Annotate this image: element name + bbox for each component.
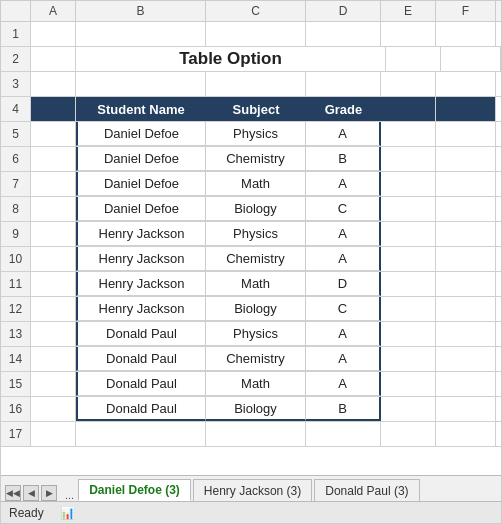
cell-a5[interactable]: [31, 122, 76, 146]
cell-a3[interactable]: [31, 72, 76, 96]
col-header-a[interactable]: A: [31, 1, 76, 21]
cell-b9[interactable]: Henry Jackson: [76, 222, 206, 246]
cell-b10[interactable]: Henry Jackson: [76, 247, 206, 271]
header-student-name[interactable]: Student Name: [76, 97, 206, 121]
cell-a1[interactable]: [31, 22, 76, 46]
tab-henry-jackson[interactable]: Henry Jackson (3): [193, 479, 312, 501]
cell-a10[interactable]: [31, 247, 76, 271]
cell-d16[interactable]: B: [306, 397, 381, 421]
cell-f15[interactable]: [436, 372, 496, 396]
cell-e2[interactable]: [386, 47, 441, 71]
cell-b17[interactable]: [76, 422, 206, 446]
cell-a14[interactable]: [31, 347, 76, 371]
cell-f7[interactable]: [436, 172, 496, 196]
col-header-e[interactable]: E: [381, 1, 436, 21]
cell-f12[interactable]: [436, 297, 496, 321]
cell-c17[interactable]: [206, 422, 306, 446]
cell-c6[interactable]: Chemistry: [206, 147, 306, 171]
cell-e12[interactable]: [381, 297, 436, 321]
col-header-f[interactable]: F: [436, 1, 496, 21]
cell-c9[interactable]: Physics: [206, 222, 306, 246]
cell-c7[interactable]: Math: [206, 172, 306, 196]
cell-a15[interactable]: [31, 372, 76, 396]
cell-b6[interactable]: Daniel Defoe: [76, 147, 206, 171]
header-grade[interactable]: Grade: [306, 97, 381, 121]
cell-d17[interactable]: [306, 422, 381, 446]
cell-b7[interactable]: Daniel Defoe: [76, 172, 206, 196]
cell-e4[interactable]: [381, 97, 436, 121]
cell-f1[interactable]: [436, 22, 496, 46]
cell-d7[interactable]: A: [306, 172, 381, 196]
cell-e11[interactable]: [381, 272, 436, 296]
cell-e1[interactable]: [381, 22, 436, 46]
cell-f10[interactable]: [436, 247, 496, 271]
cell-e6[interactable]: [381, 147, 436, 171]
cell-d13[interactable]: A: [306, 322, 381, 346]
cell-e16[interactable]: [381, 397, 436, 421]
cell-e7[interactable]: [381, 172, 436, 196]
cell-e3[interactable]: [381, 72, 436, 96]
cell-a13[interactable]: [31, 322, 76, 346]
cell-f6[interactable]: [436, 147, 496, 171]
cell-c10[interactable]: Chemistry: [206, 247, 306, 271]
cell-f11[interactable]: [436, 272, 496, 296]
cell-d14[interactable]: A: [306, 347, 381, 371]
cell-e10[interactable]: [381, 247, 436, 271]
cell-c5[interactable]: Physics: [206, 122, 306, 146]
cell-f8[interactable]: [436, 197, 496, 221]
cell-d10[interactable]: A: [306, 247, 381, 271]
cell-c8[interactable]: Biology: [206, 197, 306, 221]
cell-d1[interactable]: [306, 22, 381, 46]
cell-f4[interactable]: [436, 97, 496, 121]
cell-a6[interactable]: [31, 147, 76, 171]
cell-d6[interactable]: B: [306, 147, 381, 171]
cell-d5[interactable]: A: [306, 122, 381, 146]
cell-f14[interactable]: [436, 347, 496, 371]
cell-b16[interactable]: Donald Paul: [76, 397, 206, 421]
tab-nav-prev[interactable]: ◀: [23, 485, 39, 501]
cell-f3[interactable]: [436, 72, 496, 96]
tab-donald-paul[interactable]: Donald Paul (3): [314, 479, 419, 501]
cell-a2[interactable]: [31, 47, 76, 71]
cell-c16[interactable]: Biology: [206, 397, 306, 421]
cell-e8[interactable]: [381, 197, 436, 221]
cell-f17[interactable]: [436, 422, 496, 446]
cell-a4[interactable]: [31, 97, 76, 121]
cell-c12[interactable]: Biology: [206, 297, 306, 321]
cell-c14[interactable]: Chemistry: [206, 347, 306, 371]
cell-d3[interactable]: [306, 72, 381, 96]
cell-b14[interactable]: Donald Paul: [76, 347, 206, 371]
title-cell[interactable]: Table Option: [76, 47, 386, 71]
tab-nav-next[interactable]: ▶: [41, 485, 57, 501]
cell-a7[interactable]: [31, 172, 76, 196]
cell-a9[interactable]: [31, 222, 76, 246]
cell-f9[interactable]: [436, 222, 496, 246]
cell-c1[interactable]: [206, 22, 306, 46]
cell-d8[interactable]: C: [306, 197, 381, 221]
cell-f2[interactable]: [441, 47, 501, 71]
tab-daniel-defoe[interactable]: Daniel Defoe (3): [78, 479, 191, 501]
cell-d15[interactable]: A: [306, 372, 381, 396]
cell-b1[interactable]: [76, 22, 206, 46]
cell-f5[interactable]: [436, 122, 496, 146]
cell-e5[interactable]: [381, 122, 436, 146]
tab-nav-first[interactable]: ◀◀: [5, 485, 21, 501]
cell-c3[interactable]: [206, 72, 306, 96]
cell-b12[interactable]: Henry Jackson: [76, 297, 206, 321]
cell-d11[interactable]: D: [306, 272, 381, 296]
cell-f16[interactable]: [436, 397, 496, 421]
cell-b11[interactable]: Henry Jackson: [76, 272, 206, 296]
cell-e15[interactable]: [381, 372, 436, 396]
cell-a17[interactable]: [31, 422, 76, 446]
cell-b13[interactable]: Donald Paul: [76, 322, 206, 346]
cell-c15[interactable]: Math: [206, 372, 306, 396]
cell-a16[interactable]: [31, 397, 76, 421]
cell-d12[interactable]: C: [306, 297, 381, 321]
cell-b5[interactable]: Daniel Defoe: [76, 122, 206, 146]
cell-a8[interactable]: [31, 197, 76, 221]
cell-f13[interactable]: [436, 322, 496, 346]
col-header-c[interactable]: C: [206, 1, 306, 21]
cell-c11[interactable]: Math: [206, 272, 306, 296]
cell-d9[interactable]: A: [306, 222, 381, 246]
header-subject[interactable]: Subject: [206, 97, 306, 121]
